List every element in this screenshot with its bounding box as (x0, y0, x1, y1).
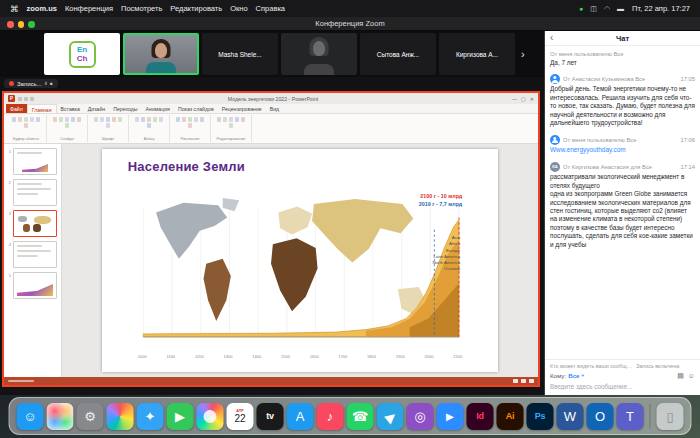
screenshare-status-icon[interactable]: ● (579, 5, 583, 12)
participant-tile[interactable]: Сытова Анж... (360, 33, 436, 75)
dock-calendar-icon[interactable]: АПР22 (227, 403, 254, 430)
visibility-note: Кто может видеть ваши сообщения? (550, 363, 634, 369)
close-button[interactable] (7, 21, 14, 28)
menubar-item-1[interactable]: Конференция (65, 4, 113, 13)
menubar-item-0[interactable]: zoom.us (27, 4, 57, 13)
next-participants-arrow[interactable]: › (521, 48, 525, 60)
dock-app-store-icon[interactable]: A (287, 403, 314, 430)
slide-thumbnail-3[interactable]: 3 (6, 210, 57, 237)
pause-recording-icon[interactable]: Ⅱ (45, 81, 47, 86)
participant-name: Masha Shele... (202, 33, 278, 75)
chat-collapse-icon[interactable]: ‹ (550, 32, 553, 43)
fullscreen-button[interactable] (28, 21, 35, 28)
battery-icon[interactable]: ▬ (617, 5, 624, 12)
chat-message-input[interactable] (550, 382, 695, 391)
ppt-tab-6[interactable]: Показ слайдов (174, 104, 218, 113)
dock-illustrator-icon[interactable]: Ai (497, 403, 524, 430)
slide-thumbnail-5[interactable]: 5 (6, 272, 57, 299)
status-bar-text (8, 380, 34, 382)
menubar-item-2[interactable]: Посмотреть (121, 4, 162, 13)
chat-message: От Анастасии Кузьминова Все 17:05 Добрый… (545, 72, 700, 131)
dock-music-icon[interactable]: ♪ (317, 403, 344, 430)
dock-photoshop-icon[interactable]: Ps (527, 403, 554, 430)
dock-trash-icon[interactable]: ▯ (657, 403, 684, 430)
dock-separator (650, 404, 651, 429)
dock-whatsapp-icon[interactable]: ☎ (347, 403, 374, 430)
menubar-item-5[interactable]: Справка (256, 4, 285, 13)
ppt-tab-5[interactable]: Анимация (142, 104, 174, 113)
dock-podcasts-icon[interactable]: ◎ (407, 403, 434, 430)
ppt-tab-7[interactable]: Рецензирование (218, 104, 266, 113)
file-icon[interactable]: ▤ (677, 372, 684, 380)
dock-indesign-icon[interactable]: Id (467, 403, 494, 430)
ench-logo: En Ch (69, 41, 96, 68)
participant-tile-dim-video[interactable] (281, 33, 357, 75)
dock-outlook-icon[interactable]: O (587, 403, 614, 430)
zoom-titlebar: Конференция Zoom (0, 17, 700, 31)
ppt-close-icon[interactable]: ✕ (530, 96, 534, 102)
message-body: Добрый день. Темой энергетики почему-то … (550, 85, 695, 127)
dock-mission-control-icon[interactable] (107, 403, 134, 430)
ppt-restore-icon[interactable]: ▢ (521, 96, 526, 102)
dock-zoom-icon[interactable]: ► (437, 403, 464, 430)
participant-tile[interactable]: Masha Shele... (202, 33, 278, 75)
chevron-down-icon[interactable]: ▾ (582, 373, 584, 378)
ppt-ribbon-group: Слайды (47, 115, 88, 142)
dock-facetime-icon[interactable]: ▶ (167, 403, 194, 430)
region-label-1: Africa (432, 241, 460, 246)
dock-finder-icon[interactable]: ☺ (17, 403, 44, 430)
apple-menu-icon[interactable]: ⌘ (10, 4, 19, 14)
x-tick-1200: 1200 (195, 354, 204, 360)
view-mode-icons[interactable] (513, 379, 534, 383)
participant-avatar (550, 74, 560, 84)
dock-word-icon[interactable]: W (557, 403, 584, 430)
display-icon[interactable]: ◫ (590, 5, 597, 12)
x-tick-1800: 1800 (367, 354, 376, 360)
participant-tile-logo[interactable]: En Ch (44, 33, 120, 75)
menubar-clock[interactable]: Пт, 22 апр. 17:27 (632, 4, 690, 13)
menubar-item-4[interactable]: Окно (230, 4, 247, 13)
participant-tile[interactable]: Киргизова А... (439, 33, 515, 75)
zoom-window-title: Конференция Zoom (315, 19, 384, 28)
wifi-icon[interactable]: ◠ (604, 5, 610, 12)
ppt-tab-3[interactable]: Дизайн (84, 104, 109, 113)
message-link[interactable]: Www.energyyouthday.com (550, 146, 695, 154)
slide-thumbnail-1[interactable]: 1 (6, 148, 57, 175)
x-tick-1500: 1500 (281, 354, 290, 360)
dock-telegram-icon[interactable]: ▶ (377, 403, 404, 430)
ppt-ribbon-tabs: ФайлГлавнаяВставкаДизайнПереходыАнимация… (4, 104, 538, 114)
slide-thumbnail-2[interactable]: 2 (6, 179, 57, 206)
message-body: рассматривали экологический менеджмент в… (550, 173, 695, 249)
participant-name: Киргизова А... (439, 33, 515, 75)
dock-launchpad-icon[interactable] (47, 403, 74, 430)
minimize-button[interactable] (18, 21, 25, 28)
recording-indicator: Запись... Ⅱ ■ (4, 79, 58, 88)
dock-teams-icon[interactable]: T (617, 403, 644, 430)
participant-tile-active-speaker[interactable] (123, 33, 199, 75)
ppt-minimize-icon[interactable]: — (512, 96, 517, 102)
slide-thumbnail-4[interactable]: 4 (6, 241, 57, 268)
ppt-ribbon: Буфер обменаСлайдыШрифтАбзацРисованиеРед… (4, 114, 538, 144)
dock-safari-icon[interactable]: ✦ (137, 403, 164, 430)
participant-strip: En Ch Masha Shele... (0, 31, 544, 77)
x-tick-1700: 1700 (338, 354, 347, 360)
ppt-tab-1[interactable]: Главная (27, 104, 57, 113)
chat-message-list[interactable]: От меня пользователю Все Да, 7 лет От Ан… (545, 46, 700, 359)
participant-name: Сытова Анж... (360, 33, 436, 75)
dock-apple-tv-icon[interactable]: tv (257, 403, 284, 430)
stop-recording-icon[interactable]: ■ (50, 81, 53, 86)
dock-system-settings-icon[interactable]: ⚙ (77, 403, 104, 430)
ppt-tab-2[interactable]: Вставка (57, 104, 84, 113)
ppt-tab-0[interactable]: Файл (6, 104, 27, 113)
ppt-tab-4[interactable]: Переходы (109, 104, 141, 113)
emoji-icon[interactable]: ☺ (688, 372, 695, 379)
participant-avatar: КА (550, 162, 560, 172)
ppt-tab-8[interactable]: Вид (266, 104, 283, 113)
ppt-ribbon-group: Редактирование (211, 115, 252, 142)
menubar-item-3[interactable]: Редактировать (170, 4, 222, 13)
slide-editor-area: Население Земли (62, 144, 538, 377)
recipient-selector[interactable]: Все (568, 372, 579, 379)
slide-title: Население Земли (128, 159, 245, 174)
dock-photos-icon[interactable] (197, 403, 224, 430)
zoom-window: Конференция Zoom En Ch Masha Shele... (0, 17, 700, 395)
